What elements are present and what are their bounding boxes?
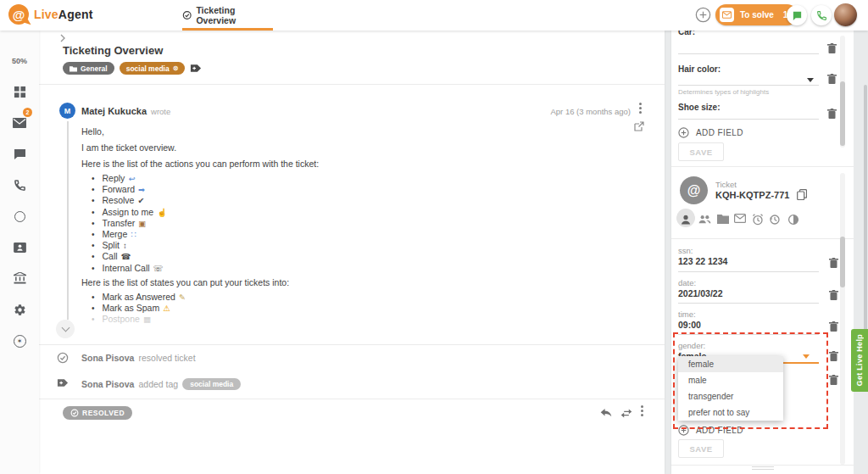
user-avatar[interactable]: [834, 3, 857, 26]
ticket-thread-panel: Ticketing Overview General social media …: [39, 31, 665, 474]
copy-code-button[interactable]: [797, 189, 807, 200]
wrote-label: wrote: [151, 107, 170, 116]
delete-field-button[interactable]: [829, 290, 838, 301]
liveagent-logo[interactable]: @ LiveAgent: [8, 4, 93, 25]
save-button-disabled[interactable]: SAVE: [678, 142, 724, 161]
scrollbar-thumb[interactable]: [840, 81, 845, 146]
sidebar-item-tickets[interactable]: 2: [0, 113, 39, 133]
resolved-event-icon: [57, 352, 69, 364]
field-label-date: date:: [678, 278, 696, 287]
to-solve-button[interactable]: To solve 1: [715, 4, 798, 25]
internal-call-emoji: ☏: [153, 263, 164, 274]
transfer-button[interactable]: [620, 409, 632, 418]
field-label-hair: Hair color:: [678, 64, 721, 74]
remove-tag-icon[interactable]: ⊗: [173, 64, 179, 72]
gender-option-male[interactable]: male: [678, 372, 783, 388]
actions-heading: Here is the list of the actions you can …: [81, 159, 319, 169]
call-emoji: ☎: [121, 251, 131, 262]
gender-option-female[interactable]: female: [678, 356, 783, 372]
sidebar-item-addons[interactable]: ✶: [0, 331, 39, 351]
field-value-time[interactable]: 09:00: [678, 320, 701, 330]
sidebar-item-chats[interactable]: [0, 144, 39, 165]
delete-field-button[interactable]: [829, 321, 838, 332]
footer-menu-button[interactable]: [641, 410, 643, 412]
event-row: Sona Pisova added tag social media: [81, 378, 241, 390]
event-actor: Sona Pisova: [81, 379, 134, 389]
states-list: Mark as Answered✎ Mark as Spam⚠ Postpone…: [92, 292, 186, 326]
delete-field-button[interactable]: [829, 258, 838, 269]
sidebar-item-dashboard[interactable]: [0, 81, 39, 102]
sidebar-item-calls[interactable]: [0, 175, 39, 195]
list-item: Forward➡: [92, 184, 167, 195]
tab-company-icon[interactable]: [717, 214, 729, 224]
ticket-tag[interactable]: social media ⊗: [120, 62, 186, 75]
tab-ticketing-overview[interactable]: Ticketing Overview: [182, 0, 273, 31]
tab-group-icon[interactable]: [698, 214, 711, 225]
delete-field-button[interactable]: [827, 43, 837, 54]
message-menu-button[interactable]: [639, 107, 642, 109]
open-in-new-icon[interactable]: [634, 121, 644, 131]
delete-field-button[interactable]: [829, 351, 838, 362]
chat-bubble-icon: [14, 148, 26, 160]
resize-handle[interactable]: [752, 466, 774, 470]
field-label-shoe: Shoe size:: [678, 103, 720, 112]
plus-circle-icon: [678, 425, 689, 436]
sidebar-item-contacts[interactable]: [0, 237, 39, 258]
to-solve-label: To solve: [740, 10, 774, 20]
zoom-level-control[interactable]: 50%: [0, 51, 39, 71]
field-value-ssn[interactable]: 123 22 1234: [678, 256, 727, 266]
gender-dropdown-caret[interactable]: [803, 354, 810, 359]
add-new-button[interactable]: [695, 7, 711, 23]
collapse-chevron-icon[interactable]: [58, 34, 67, 42]
save-button-disabled[interactable]: SAVE: [678, 439, 724, 458]
list-item: Reply↩: [92, 173, 167, 184]
delete-field-button[interactable]: [827, 74, 837, 85]
list-item: Call☎: [92, 251, 167, 262]
divider: [671, 166, 854, 167]
event-tag-pill: social media: [182, 378, 241, 390]
delete-field-button[interactable]: [827, 109, 837, 120]
delete-field-button[interactable]: [829, 375, 838, 386]
envelope-icon: [720, 8, 734, 22]
sidebar-item-settings[interactable]: [0, 299, 39, 320]
sender-avatar: M: [59, 103, 75, 119]
page-scrollbar-thumb[interactable]: [864, 85, 867, 339]
folder-icon: [70, 65, 77, 72]
divider: [39, 399, 665, 399]
dashboard-grid-icon: [14, 86, 26, 98]
sidebar-item-automation[interactable]: [0, 206, 39, 226]
field-underline: [678, 334, 819, 335]
chevron-down-icon: [61, 324, 70, 332]
gender-option-transgender[interactable]: transgender: [678, 388, 783, 404]
field-label-time: time:: [678, 309, 696, 319]
scrollbar-thumb[interactable]: [840, 237, 845, 287]
tab-history-icon[interactable]: [769, 214, 781, 226]
add-field-button[interactable]: ADD FIELD: [678, 127, 743, 138]
list-item: Split↕: [92, 240, 167, 251]
dropdown-caret-icon[interactable]: [807, 78, 814, 82]
tab-label: Ticketing Overview: [196, 5, 273, 25]
tickets-badge: 2: [23, 108, 32, 117]
add-tag-button[interactable]: [190, 63, 202, 74]
tab-contact-person-icon[interactable]: [680, 214, 692, 226]
tab-mail-icon[interactable]: [734, 214, 746, 223]
reply-button[interactable]: [600, 408, 612, 418]
calls-button[interactable]: [811, 5, 832, 25]
field-value-date[interactable]: 2021/03/22: [678, 288, 723, 298]
get-live-help-tab[interactable]: Get Live Help: [851, 329, 868, 392]
tag-event-icon: [57, 377, 69, 388]
chats-button[interactable]: [787, 5, 807, 25]
expand-message-button[interactable]: [56, 320, 75, 338]
tab-alarm-icon[interactable]: [752, 214, 764, 226]
tab-contrast-icon[interactable]: [787, 214, 799, 226]
add-field-button[interactable]: ADD FIELD: [678, 425, 743, 436]
ticket-tag-label: social media: [126, 64, 170, 73]
logo-text: LiveAgent: [34, 8, 93, 21]
transfer-emoji: ▣: [138, 218, 146, 229]
gender-option-prefer-not[interactable]: prefer not to say: [678, 404, 783, 421]
get-live-help-label: Get Live Help: [855, 334, 864, 386]
status-label: RESOLVED: [82, 409, 125, 417]
tag-row: General social media ⊗: [63, 62, 202, 75]
department-tag[interactable]: General: [63, 62, 114, 75]
sidebar-item-academy[interactable]: [0, 268, 39, 288]
